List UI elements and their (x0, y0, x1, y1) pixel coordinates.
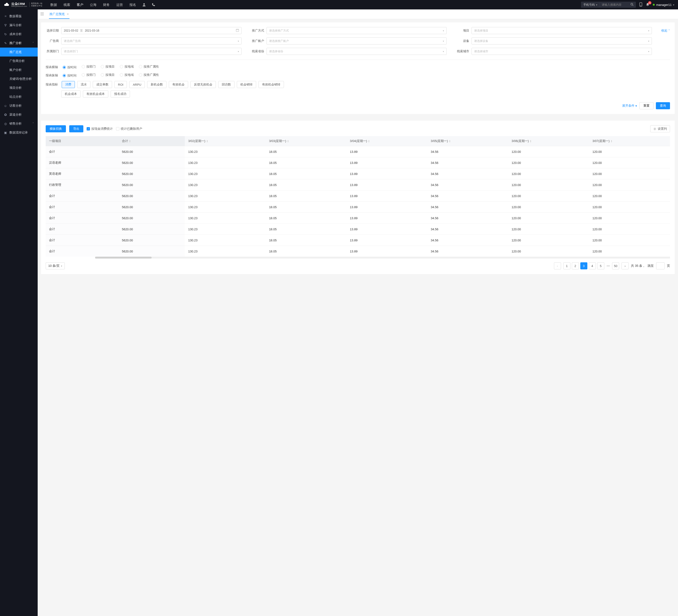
query-button[interactable]: 查询 (656, 102, 670, 109)
sort-icon[interactable]: ▲▼ (287, 140, 289, 143)
select-city[interactable]: 请选择城市▾ (472, 48, 652, 55)
horizontal-scrollbar[interactable] (46, 257, 670, 259)
cash-stat-checkbox[interactable]: 按现金消费统计 (87, 127, 113, 131)
tabs-collapse-icon[interactable] (40, 12, 44, 16)
sidebar-item[interactable]: ∇漏斗分析 (0, 21, 38, 30)
table-header[interactable]: 3/03(星期一)▲▼ (266, 136, 346, 146)
deleted-stat-checkbox[interactable]: 统计已删除用户 (116, 127, 142, 131)
expand-conditions-button[interactable]: 展开条件▾ (622, 104, 637, 108)
table-header[interactable]: 3/07(星期一)▲▼ (589, 136, 670, 146)
table-header[interactable]: 3/04(星期一)▲▼ (346, 136, 427, 146)
radio-option[interactable]: 按部门 (82, 73, 96, 77)
radio-option[interactable]: 按时间 (63, 65, 76, 69)
sort-icon[interactable]: ▲▼ (129, 140, 131, 143)
select-account[interactable]: 请选择推广账户▾ (266, 37, 447, 44)
sidebar-item[interactable]: ▣数据流转记录 (0, 128, 38, 137)
select-method[interactable]: 请选择推广方式▾ (266, 27, 447, 34)
phone-icon[interactable] (149, 3, 158, 7)
metric-button[interactable]: 成交单数 (93, 81, 112, 88)
user-icon[interactable] (139, 3, 149, 7)
sidebar-subitem[interactable]: 站点分析 (0, 92, 38, 101)
metric-button[interactable]: ROI (114, 81, 127, 88)
prev-page-button[interactable]: ‹ (554, 262, 561, 269)
tab-promotion-overview[interactable]: 推广总预览 ✕ (47, 9, 72, 19)
table-header-fixed[interactable]: 一级项目 (46, 136, 119, 146)
metric-button[interactable]: ARPU (129, 81, 145, 88)
top-nav-item[interactable]: 公海 (87, 0, 100, 9)
top-nav-item[interactable]: 数据 (47, 0, 60, 9)
sidebar-item[interactable]: ↻成本分析 (0, 30, 38, 39)
search-button[interactable] (628, 3, 636, 7)
metric-button[interactable]: 消费 (62, 81, 75, 88)
metric-button[interactable]: 有效机会销转 (259, 81, 284, 88)
search-input[interactable] (600, 3, 628, 6)
next-page-button[interactable]: › (622, 262, 629, 269)
sidebar-subitem[interactable]: 账户分析 (0, 66, 38, 74)
sidebar-subitem[interactable]: 关键词/创意分析 (0, 74, 38, 83)
metric-button[interactable]: 有效机会成本 (83, 90, 108, 98)
radio-option[interactable]: 按推广属性 (139, 73, 159, 77)
sidebar-item[interactable]: ◎销售分析˅ (0, 119, 38, 128)
select-department[interactable]: 请选择部门▾ (61, 48, 241, 55)
radio-option[interactable]: 按推广属性 (139, 65, 159, 69)
table-header-fixed[interactable]: 合计▲▼ (119, 136, 185, 146)
sidebar-subitem[interactable]: 推广总览 (0, 47, 38, 57)
sidebar-item[interactable]: ⌗数据看版 (0, 12, 38, 21)
metric-button[interactable]: 反馈无效机会 (190, 81, 216, 88)
sort-icon[interactable]: ▲▼ (530, 140, 532, 143)
top-nav-item[interactable]: 客户 (73, 0, 87, 9)
mobile-icon[interactable] (639, 2, 642, 7)
page-size-select[interactable]: 10 条/页▾ (46, 262, 65, 269)
radio-option[interactable]: 按地域 (120, 65, 134, 69)
metric-button[interactable]: 新机会数 (147, 81, 166, 88)
select-project[interactable]: 请选择项目▾ (472, 27, 652, 34)
select-device[interactable]: 请选择设备▾ (472, 37, 652, 44)
top-nav-item[interactable]: 运营 (113, 0, 126, 9)
jump-page-input[interactable] (656, 262, 665, 269)
column-settings-button[interactable]: 设置列 (650, 125, 670, 132)
user-menu[interactable]: manager11 ▾ (653, 3, 674, 7)
bell-icon[interactable]: 5 (646, 3, 649, 7)
sidebar-subitem[interactable]: 项目分析 (0, 83, 38, 92)
page-button[interactable]: 2 (572, 262, 579, 269)
metric-button[interactable]: 有效机会 (169, 81, 188, 88)
metric-button[interactable]: 报名成功 (111, 90, 130, 98)
table-header[interactable]: 3/06(星期一)▲▼ (508, 136, 589, 146)
collapse-button[interactable]: 收起˄ (661, 29, 670, 33)
metric-button[interactable]: 机会成本 (61, 90, 80, 98)
page-button[interactable]: 4 (589, 262, 596, 269)
select-province[interactable]: 请选择省份▾ (266, 48, 447, 55)
logo[interactable]: 云朵CRM www.yunduocrm.com 教育机构一站 式服务云平台 (4, 2, 42, 7)
table-header[interactable]: 3/05(星期一)▲▼ (427, 136, 508, 146)
top-nav-item[interactable]: 财务 (100, 0, 113, 9)
sidebar-item[interactable]: ✎推广分析˄ (0, 39, 38, 47)
top-nav-item[interactable]: 线索 (60, 0, 73, 9)
top-nav-item[interactable]: 报名 (126, 0, 139, 9)
close-icon[interactable]: ✕ (67, 12, 69, 16)
sort-icon[interactable]: ▲▼ (368, 140, 370, 143)
radio-option[interactable]: 按时间 (63, 73, 76, 78)
sort-icon[interactable]: ▲▼ (449, 140, 451, 143)
sort-icon[interactable]: ▲▼ (206, 140, 208, 143)
metric-button[interactable]: 机会销转 (237, 81, 256, 88)
search-type-select[interactable]: 手机号码 ▾ (581, 3, 600, 7)
page-last-button[interactable]: 50 (612, 262, 619, 269)
metric-button[interactable]: 流水 (77, 81, 90, 88)
swap-axes-button[interactable]: 横纵切换 (46, 125, 66, 132)
radio-option[interactable]: 按项目 (101, 65, 115, 69)
page-button[interactable]: 3 (580, 262, 587, 269)
sidebar-item[interactable]: ✪渠道分析 (0, 110, 38, 119)
export-button[interactable]: 导出 (69, 125, 83, 132)
select-advertiser[interactable]: 请选择广告商▾ (61, 37, 241, 44)
radio-option[interactable]: 按地域 (120, 73, 134, 77)
sort-icon[interactable]: ▲▼ (610, 140, 612, 143)
sidebar-subitem[interactable]: 广告商分析 (0, 57, 38, 66)
page-button[interactable]: 5 (597, 262, 604, 269)
table-header[interactable]: 3/02(星期一)▲▼ (185, 136, 266, 146)
reset-button[interactable]: 重置 (639, 102, 653, 109)
metric-button[interactable]: 回访数 (218, 81, 234, 88)
sidebar-item[interactable]: ☺访客分析 (0, 101, 38, 110)
page-button[interactable]: 1 (563, 262, 570, 269)
radio-option[interactable]: 按部门 (82, 65, 96, 69)
date-range-input[interactable]: 2021-03-02 至 2021-03-16 (61, 27, 241, 34)
